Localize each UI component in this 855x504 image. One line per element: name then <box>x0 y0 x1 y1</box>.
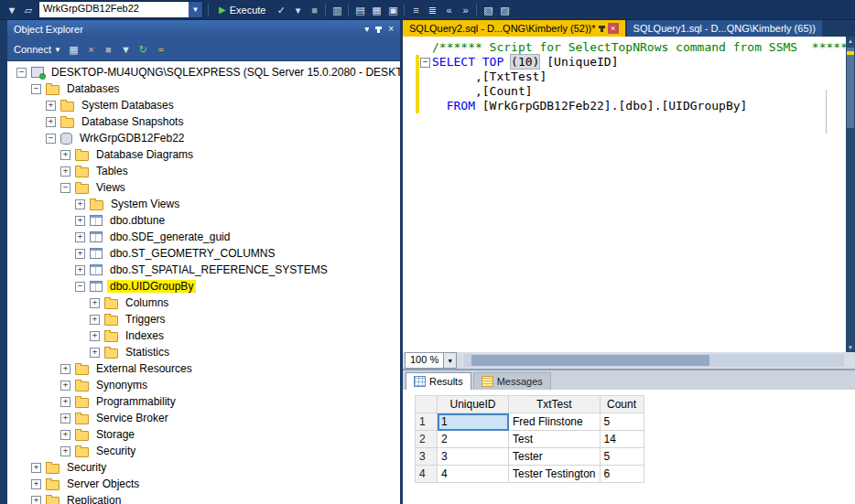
grid-cell[interactable]: Tester Testington <box>509 466 601 483</box>
sql-editor[interactable]: /****** Script for SelectTopNRows comman… <box>403 37 855 352</box>
row-number[interactable]: 2 <box>416 431 438 448</box>
connect-button[interactable]: Connect ▼ <box>14 44 61 55</box>
expand-icon[interactable]: + <box>46 101 56 111</box>
tree-item[interactable]: +dbo.ST_GEOMETRY_COLUMNS <box>7 245 400 262</box>
scroll-down-icon[interactable]: ▼ <box>846 343 855 352</box>
expand-icon[interactable]: + <box>90 298 100 308</box>
tree-item[interactable]: +dbo.dbtune <box>7 212 400 229</box>
expand-icon[interactable]: + <box>75 249 85 259</box>
pin-icon[interactable] <box>601 26 603 32</box>
tree-item[interactable]: +Triggers <box>7 311 400 327</box>
dropdown-arrow-icon[interactable]: ▼ <box>189 2 202 17</box>
grid-cell[interactable]: 4 <box>438 466 509 483</box>
tree-item[interactable]: +Security <box>7 459 400 476</box>
expand-icon[interactable]: + <box>31 496 41 504</box>
tree-item[interactable]: −dbo.UIDGroupBy <box>7 278 400 295</box>
expand-icon[interactable]: + <box>60 166 70 177</box>
tree-item[interactable]: −Views <box>7 179 400 196</box>
grid-cell[interactable]: 3 <box>438 448 509 466</box>
execute-button[interactable]: ▶ Execute <box>213 2 271 18</box>
window-position-icon[interactable]: ▾ <box>364 25 369 34</box>
row-number[interactable]: 4 <box>416 466 438 483</box>
close-icon[interactable]: × <box>388 25 394 34</box>
tree-item[interactable]: +Security <box>7 443 400 459</box>
fold-collapse-icon[interactable]: − <box>420 58 430 68</box>
tree-item[interactable]: +Synonyms <box>7 377 400 393</box>
zoom-dropdown[interactable]: 100 % ▼ <box>405 352 457 369</box>
grid-cell[interactable]: Test <box>509 431 601 448</box>
results-to-file-icon[interactable]: ▣ <box>385 2 400 18</box>
tree-item[interactable]: +Programmability <box>7 393 400 410</box>
column-header[interactable]: UniqueID <box>438 396 509 413</box>
results-to-grid-icon[interactable]: ▦ <box>369 2 384 18</box>
column-header[interactable]: Count <box>600 396 644 413</box>
expand-icon[interactable]: + <box>90 331 100 341</box>
available-databases-dropdown[interactable]: WrkGrpGDB12Feb22 ▼ <box>38 1 203 18</box>
pin-icon[interactable] <box>377 27 380 33</box>
results-to-text-icon[interactable]: ▤ <box>352 2 367 18</box>
sqlcmd-mode-icon[interactable]: ▥ <box>330 2 344 18</box>
collapse-icon[interactable]: − <box>16 68 27 78</box>
decrease-indent-icon[interactable]: « <box>441 2 456 18</box>
tree-item[interactable]: +Replication <box>7 492 400 504</box>
parse-icon[interactable]: ✓ <box>274 2 288 18</box>
tree-item[interactable]: +Columns <box>7 295 400 311</box>
tree-item[interactable]: −WrkGrpGDB12Feb22 <box>7 130 400 146</box>
results-tab-messages[interactable]: Messages <box>473 372 551 390</box>
tree-item[interactable]: +Service Broker <box>7 410 400 426</box>
new-query-icon[interactable]: ▱ <box>21 2 36 18</box>
uncomment-icon[interactable]: ≣ <box>425 2 439 18</box>
scrollbar-thumb[interactable] <box>847 48 854 128</box>
activity-monitor-icon[interactable]: ≈ <box>154 44 168 56</box>
editor-vertical-scrollbar[interactable]: ▲ ▼ <box>846 37 855 352</box>
tree-item[interactable]: +External Resources <box>7 360 400 377</box>
expand-icon[interactable]: + <box>75 216 85 226</box>
expand-icon[interactable]: + <box>75 232 85 242</box>
tree-item[interactable]: +Database Diagrams <box>7 146 400 163</box>
document-tab[interactable]: SQLQuery2.sql - D...QNG\Kimberly (52))*× <box>403 20 625 37</box>
query-options-icon[interactable]: ▧ <box>481 2 495 18</box>
expand-icon[interactable]: + <box>90 315 100 325</box>
expand-icon[interactable]: + <box>31 479 41 489</box>
tree-item[interactable]: +dbo.ST_SPATIAL_REFERENCE_SYSTEMS <box>7 262 400 278</box>
tree-item[interactable]: +Server Objects <box>7 476 400 492</box>
expand-icon[interactable]: + <box>46 117 56 127</box>
results-tab-results[interactable]: Results <box>406 372 471 390</box>
tree-item[interactable]: +System Views <box>7 196 400 212</box>
scrollbar-thumb[interactable] <box>471 355 709 366</box>
filter-icon[interactable]: ▼ <box>119 44 133 56</box>
connect-server-icon[interactable]: ▦ <box>67 44 81 56</box>
expand-icon[interactable]: + <box>60 413 70 424</box>
execute-options-icon[interactable]: ▾ <box>290 2 305 18</box>
stop-icon[interactable]: ■ <box>102 44 115 56</box>
expand-icon[interactable]: + <box>90 348 100 358</box>
comment-out-icon[interactable]: ≡ <box>408 2 423 18</box>
expand-icon[interactable]: + <box>60 430 70 440</box>
collapse-icon[interactable]: − <box>46 134 56 144</box>
results-grid[interactable]: UniqueIDTxtTestCount11Fred Flinstone522T… <box>415 395 644 483</box>
expand-icon[interactable]: + <box>60 397 70 407</box>
cancel-query-icon[interactable]: ■ <box>307 2 321 18</box>
tree-item[interactable]: +System Databases <box>7 97 400 113</box>
document-tab[interactable]: SQLQuery1.sql - D...QNG\Kimberly (65)) <box>627 20 822 37</box>
tree-item[interactable]: −Databases <box>7 80 400 97</box>
row-number[interactable]: 3 <box>416 448 438 466</box>
row-number[interactable]: 1 <box>416 413 438 431</box>
collapse-icon[interactable]: − <box>60 183 70 193</box>
grid-cell[interactable]: Fred Flinstone <box>509 413 601 431</box>
tree-item[interactable]: +Indexes <box>7 327 400 344</box>
collapse-icon[interactable]: − <box>75 282 85 292</box>
change-type-icon[interactable]: ▼ <box>5 2 19 18</box>
refresh-icon[interactable]: ↻ <box>136 44 150 56</box>
column-header[interactable]: TxtTest <box>509 396 601 413</box>
grid-corner-cell[interactable] <box>416 396 438 413</box>
expand-icon[interactable]: + <box>60 150 70 160</box>
expand-icon[interactable]: + <box>60 446 70 456</box>
window-options-icon[interactable]: ▨ <box>497 2 512 18</box>
grid-cell[interactable]: 1 <box>438 413 509 431</box>
tree-item[interactable]: +Statistics <box>7 344 400 360</box>
tree-item[interactable]: +Tables <box>7 163 400 179</box>
grid-cell[interactable]: 14 <box>600 431 644 448</box>
tree-item[interactable]: +Storage <box>7 426 400 443</box>
object-explorer-tree[interactable]: −DESKTOP-MU4UQNG\SQLEXPRESS (SQL Server … <box>7 61 400 504</box>
